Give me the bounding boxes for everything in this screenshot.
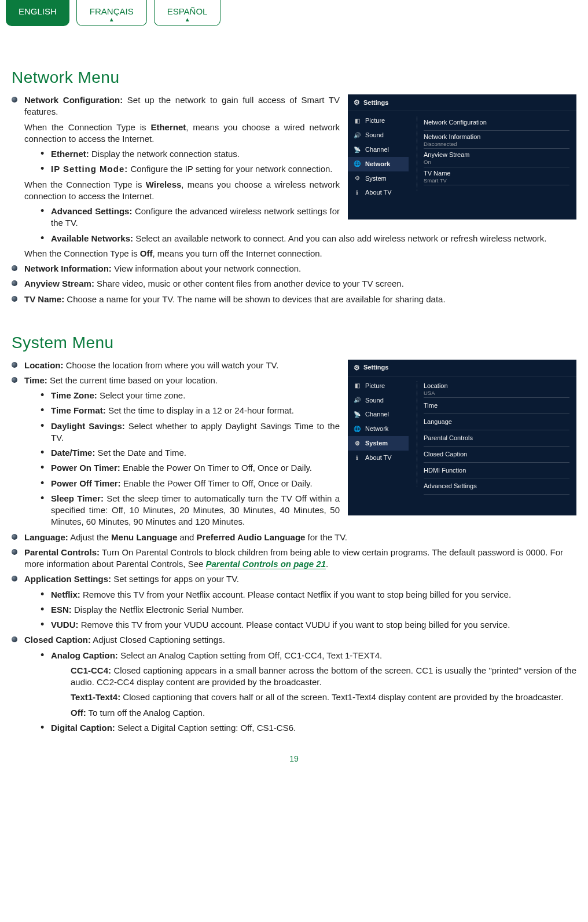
tab-espanol-label: ESPAÑOL — [167, 6, 208, 16]
tab-espanol[interactable]: ESPAÑOL ▲ — [154, 0, 221, 26]
system-menu-list: Location: Choose the location from where… — [12, 360, 576, 734]
language-tabs: ENGLISH FRANÇAIS ▲ ESPAÑOL ▲ — [6, 0, 576, 26]
list-item: IP Setting Mode: Configure the IP settin… — [41, 163, 576, 175]
link-parental-controls[interactable]: Parental Controls on page 21 — [206, 559, 326, 569]
list-item: Ethernet: Display the network connection… — [41, 148, 576, 160]
tab-english[interactable]: ENGLISH — [6, 0, 69, 26]
list-item: Network Information: View information ab… — [12, 263, 576, 275]
list-item: Digital Caption: Select a Digital Captio… — [41, 722, 576, 734]
page-number: 19 — [12, 753, 576, 764]
list-item: Parental Controls: Turn On Parental Cont… — [12, 547, 576, 570]
list-item: Power On Timer: Enable the Power On Time… — [41, 462, 576, 474]
list-item: Time Format: Set the time to display in … — [41, 405, 576, 416]
heading-network-menu: Network Menu — [12, 67, 576, 89]
list-item: ESN: Display the Netflix Electronic Seri… — [41, 604, 576, 616]
list-item: Date/Time: Set the Date and Time. — [41, 447, 576, 459]
list-item: Language: Adjust the Menu Language and P… — [12, 532, 576, 543]
list-item: Network Configuration: Set up the networ… — [12, 94, 576, 259]
list-item: Sleep Timer: Set the sleep timer to auto… — [41, 493, 576, 528]
list-item: VUDU: Remove this TV from your VUDU acco… — [41, 619, 576, 631]
list-item: Anyview Stream: Share video, music or ot… — [12, 278, 576, 290]
chevron-up-icon: ▲ — [167, 17, 208, 22]
list-item: Power Off Timer: Enable the Power Off Ti… — [41, 478, 576, 489]
list-item: Time Zone: Select your time zone. — [41, 390, 576, 401]
list-item: Advanced Settings: Configure the advance… — [41, 206, 576, 229]
list-item: Application Settings: Set settings for a… — [12, 573, 576, 631]
tab-francais[interactable]: FRANÇAIS ▲ — [76, 0, 147, 26]
list-item: Closed Caption: Adjust Closed Captioning… — [12, 634, 576, 734]
tab-francais-label: FRANÇAIS — [90, 6, 134, 16]
network-menu-list: Network Configuration: Set up the networ… — [12, 94, 576, 305]
list-item: Netflix: Remove this TV from your Netfli… — [41, 589, 576, 601]
list-item: Daylight Savings: Select whether to appl… — [41, 420, 576, 444]
list-item: Analog Caption: Select an Analog Caption… — [41, 650, 576, 719]
chevron-up-icon: ▲ — [90, 17, 134, 22]
list-item: Location: Choose the location from where… — [12, 360, 576, 371]
list-item: Time: Set the current time based on your… — [12, 375, 576, 528]
heading-system-menu: System Menu — [12, 332, 576, 354]
list-item: Available Networks: Select an available … — [41, 233, 576, 244]
list-item: TV Name: Choose a name for your TV. The … — [12, 294, 576, 305]
